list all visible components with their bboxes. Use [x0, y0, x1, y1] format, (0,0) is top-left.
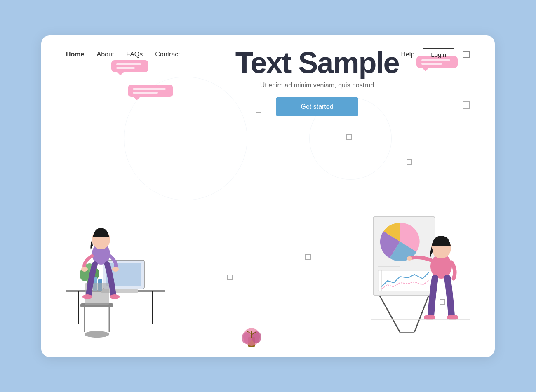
deco-square-4 [227, 275, 233, 280]
svg-point-22 [112, 267, 119, 272]
svg-point-25 [110, 294, 120, 299]
get-started-button[interactable]: Get started [276, 97, 358, 116]
hero-title: Text Sample [235, 48, 399, 77]
nav-square-icon [463, 51, 470, 58]
nav-home[interactable]: Home [66, 51, 84, 58]
left-illustration [54, 151, 186, 357]
chat-bubble-left-bottom [128, 85, 173, 97]
svg-point-18 [85, 331, 109, 338]
deco-square-8 [463, 101, 470, 109]
svg-point-45 [407, 256, 412, 261]
login-button[interactable]: Login [423, 48, 454, 61]
hero-subtitle: Ut enim ad minim veniam, quis nostrud [235, 82, 399, 89]
nav-help[interactable]: Help [401, 51, 414, 58]
nav-about[interactable]: About [96, 51, 114, 58]
bubble-line [133, 88, 166, 90]
svg-point-47 [447, 315, 458, 320]
nav-right: Help Login [401, 48, 470, 61]
page-card: Home About FAQs Contract Help Login Text… [41, 35, 495, 357]
svg-point-29 [252, 331, 261, 343]
nav-faqs[interactable]: FAQs [126, 51, 143, 58]
deco-square-5 [305, 254, 311, 260]
svg-point-28 [242, 332, 252, 344]
hero-section: Text Sample Ut enim ad minim veniam, qui… [235, 48, 399, 116]
svg-point-46 [424, 315, 435, 320]
right-illustration [346, 151, 478, 357]
nav-links: Home About FAQs Contract [66, 51, 180, 58]
svg-line-33 [379, 295, 400, 332]
bubble-line [133, 92, 158, 94]
svg-line-34 [414, 295, 429, 332]
nav-contract[interactable]: Contract [155, 51, 180, 58]
small-plant [239, 314, 264, 349]
deco-square-2 [346, 134, 352, 140]
svg-point-24 [82, 294, 92, 299]
svg-rect-38 [378, 270, 435, 291]
svg-point-21 [81, 267, 88, 272]
